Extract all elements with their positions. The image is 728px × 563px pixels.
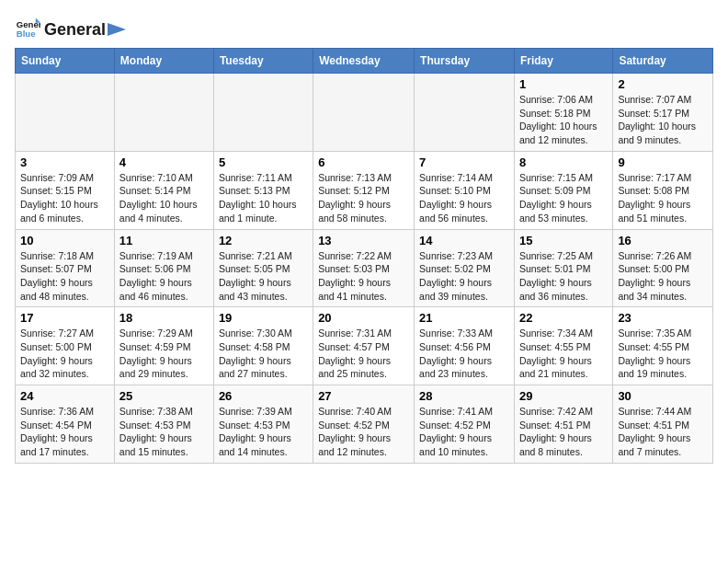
day-info: Sunrise: 7:18 AM Sunset: 5:07 PM Dayligh…: [20, 249, 109, 304]
calendar-cell: [213, 74, 313, 152]
calendar-cell: 10Sunrise: 7:18 AM Sunset: 5:07 PM Dayli…: [16, 229, 115, 307]
header: General Blue General: [15, 15, 713, 40]
logo: General Blue General: [15, 15, 126, 40]
calendar-cell: 4Sunrise: 7:10 AM Sunset: 5:14 PM Daylig…: [114, 151, 213, 229]
day-info: Sunrise: 7:38 AM Sunset: 4:53 PM Dayligh…: [119, 405, 209, 459]
day-number: 9: [618, 155, 708, 169]
day-number: 29: [519, 389, 608, 403]
day-info: Sunrise: 7:21 AM Sunset: 5:05 PM Dayligh…: [219, 249, 308, 304]
weekday-header-saturday: Saturday: [613, 49, 713, 74]
calendar-cell: 27Sunrise: 7:40 AM Sunset: 4:52 PM Dayli…: [313, 385, 415, 464]
day-info: Sunrise: 7:22 AM Sunset: 5:03 PM Dayligh…: [318, 249, 409, 304]
weekday-header-monday: Monday: [114, 49, 213, 74]
logo-text: General: [44, 20, 106, 40]
day-info: Sunrise: 7:39 AM Sunset: 4:53 PM Dayligh…: [219, 405, 308, 459]
week-row-4: 17Sunrise: 7:27 AM Sunset: 5:00 PM Dayli…: [16, 307, 713, 385]
day-info: Sunrise: 7:14 AM Sunset: 5:10 PM Dayligh…: [419, 171, 509, 225]
week-row-2: 3Sunrise: 7:09 AM Sunset: 5:15 PM Daylig…: [16, 151, 713, 229]
calendar-cell: 1Sunrise: 7:06 AM Sunset: 5:18 PM Daylig…: [514, 74, 612, 152]
weekday-header-friday: Friday: [514, 49, 612, 74]
day-number: 27: [318, 389, 409, 403]
day-info: Sunrise: 7:09 AM Sunset: 5:15 PM Dayligh…: [20, 171, 109, 225]
day-number: 19: [219, 311, 308, 325]
calendar-cell: [114, 74, 213, 152]
day-info: Sunrise: 7:35 AM Sunset: 4:55 PM Dayligh…: [618, 327, 708, 381]
weekday-header-row: SundayMondayTuesdayWednesdayThursdayFrid…: [16, 49, 713, 74]
day-info: Sunrise: 7:30 AM Sunset: 4:58 PM Dayligh…: [219, 327, 308, 381]
day-number: 8: [519, 155, 608, 169]
calendar-cell: 11Sunrise: 7:19 AM Sunset: 5:06 PM Dayli…: [114, 229, 213, 307]
calendar-cell: [313, 74, 415, 152]
calendar-cell: 16Sunrise: 7:26 AM Sunset: 5:00 PM Dayli…: [613, 229, 713, 307]
calendar-cell: 21Sunrise: 7:33 AM Sunset: 4:56 PM Dayli…: [415, 307, 515, 385]
week-row-3: 10Sunrise: 7:18 AM Sunset: 5:07 PM Dayli…: [16, 229, 713, 307]
calendar-cell: [415, 74, 515, 152]
day-info: Sunrise: 7:23 AM Sunset: 5:02 PM Dayligh…: [419, 249, 509, 304]
day-info: Sunrise: 7:19 AM Sunset: 5:06 PM Dayligh…: [119, 249, 209, 304]
day-number: 2: [618, 77, 708, 91]
svg-text:Blue: Blue: [17, 29, 36, 39]
calendar-cell: 30Sunrise: 7:44 AM Sunset: 4:51 PM Dayli…: [613, 385, 713, 464]
calendar-cell: 15Sunrise: 7:25 AM Sunset: 5:01 PM Dayli…: [514, 229, 612, 307]
calendar-cell: 6Sunrise: 7:13 AM Sunset: 5:12 PM Daylig…: [313, 151, 415, 229]
day-number: 30: [618, 389, 708, 403]
calendar-cell: 17Sunrise: 7:27 AM Sunset: 5:00 PM Dayli…: [16, 307, 115, 385]
calendar-cell: 26Sunrise: 7:39 AM Sunset: 4:53 PM Dayli…: [213, 385, 313, 464]
day-number: 28: [419, 389, 509, 403]
day-number: 26: [219, 389, 308, 403]
day-number: 23: [618, 311, 708, 325]
day-info: Sunrise: 7:25 AM Sunset: 5:01 PM Dayligh…: [519, 249, 608, 304]
day-info: Sunrise: 7:10 AM Sunset: 5:14 PM Dayligh…: [119, 171, 209, 225]
day-info: Sunrise: 7:31 AM Sunset: 4:57 PM Dayligh…: [318, 327, 409, 381]
day-info: Sunrise: 7:36 AM Sunset: 4:54 PM Dayligh…: [20, 405, 109, 459]
calendar-cell: 19Sunrise: 7:30 AM Sunset: 4:58 PM Dayli…: [213, 307, 313, 385]
day-info: Sunrise: 7:40 AM Sunset: 4:52 PM Dayligh…: [318, 405, 409, 459]
day-info: Sunrise: 7:07 AM Sunset: 5:17 PM Dayligh…: [618, 93, 708, 147]
calendar-cell: 24Sunrise: 7:36 AM Sunset: 4:54 PM Dayli…: [16, 385, 115, 464]
calendar-cell: 25Sunrise: 7:38 AM Sunset: 4:53 PM Dayli…: [114, 385, 213, 464]
weekday-header-wednesday: Wednesday: [313, 49, 415, 74]
day-number: 16: [618, 234, 708, 247]
day-info: Sunrise: 7:17 AM Sunset: 5:08 PM Dayligh…: [618, 171, 708, 225]
day-number: 15: [519, 234, 608, 247]
day-info: Sunrise: 7:06 AM Sunset: 5:18 PM Dayligh…: [519, 93, 608, 147]
calendar-cell: 18Sunrise: 7:29 AM Sunset: 4:59 PM Dayli…: [114, 307, 213, 385]
day-number: 13: [318, 234, 409, 247]
day-info: Sunrise: 7:34 AM Sunset: 4:55 PM Dayligh…: [519, 327, 608, 381]
logo-arrow-icon: [108, 23, 126, 36]
calendar-cell: 23Sunrise: 7:35 AM Sunset: 4:55 PM Dayli…: [613, 307, 713, 385]
day-number: 17: [20, 311, 109, 325]
week-row-1: 1Sunrise: 7:06 AM Sunset: 5:18 PM Daylig…: [16, 74, 713, 152]
day-number: 5: [219, 155, 308, 169]
day-info: Sunrise: 7:29 AM Sunset: 4:59 PM Dayligh…: [119, 327, 209, 381]
calendar-cell: [16, 74, 115, 152]
day-number: 11: [119, 234, 209, 247]
day-info: Sunrise: 7:27 AM Sunset: 5:00 PM Dayligh…: [20, 327, 109, 381]
calendar-cell: 12Sunrise: 7:21 AM Sunset: 5:05 PM Dayli…: [213, 229, 313, 307]
calendar-cell: 22Sunrise: 7:34 AM Sunset: 4:55 PM Dayli…: [514, 307, 612, 385]
day-number: 1: [519, 77, 608, 91]
weekday-header-sunday: Sunday: [16, 49, 115, 74]
calendar-cell: 7Sunrise: 7:14 AM Sunset: 5:10 PM Daylig…: [415, 151, 515, 229]
day-number: 3: [20, 155, 109, 169]
calendar-cell: 14Sunrise: 7:23 AM Sunset: 5:02 PM Dayli…: [415, 229, 515, 307]
calendar-cell: 2Sunrise: 7:07 AM Sunset: 5:17 PM Daylig…: [613, 74, 713, 152]
calendar-cell: 5Sunrise: 7:11 AM Sunset: 5:13 PM Daylig…: [213, 151, 313, 229]
day-info: Sunrise: 7:15 AM Sunset: 5:09 PM Dayligh…: [519, 171, 608, 225]
day-info: Sunrise: 7:42 AM Sunset: 4:51 PM Dayligh…: [519, 405, 608, 459]
calendar-cell: 13Sunrise: 7:22 AM Sunset: 5:03 PM Dayli…: [313, 229, 415, 307]
day-number: 24: [20, 389, 109, 403]
day-number: 7: [419, 155, 509, 169]
calendar-cell: 29Sunrise: 7:42 AM Sunset: 4:51 PM Dayli…: [514, 385, 612, 464]
calendar-cell: 9Sunrise: 7:17 AM Sunset: 5:08 PM Daylig…: [613, 151, 713, 229]
svg-marker-3: [108, 23, 126, 36]
day-number: 20: [318, 311, 409, 325]
week-row-5: 24Sunrise: 7:36 AM Sunset: 4:54 PM Dayli…: [16, 385, 713, 464]
day-number: 12: [219, 234, 308, 247]
day-info: Sunrise: 7:44 AM Sunset: 4:51 PM Dayligh…: [618, 405, 708, 459]
calendar-cell: 3Sunrise: 7:09 AM Sunset: 5:15 PM Daylig…: [16, 151, 115, 229]
weekday-header-thursday: Thursday: [415, 49, 515, 74]
day-info: Sunrise: 7:13 AM Sunset: 5:12 PM Dayligh…: [318, 171, 409, 225]
day-number: 21: [419, 311, 509, 325]
day-number: 22: [519, 311, 608, 325]
